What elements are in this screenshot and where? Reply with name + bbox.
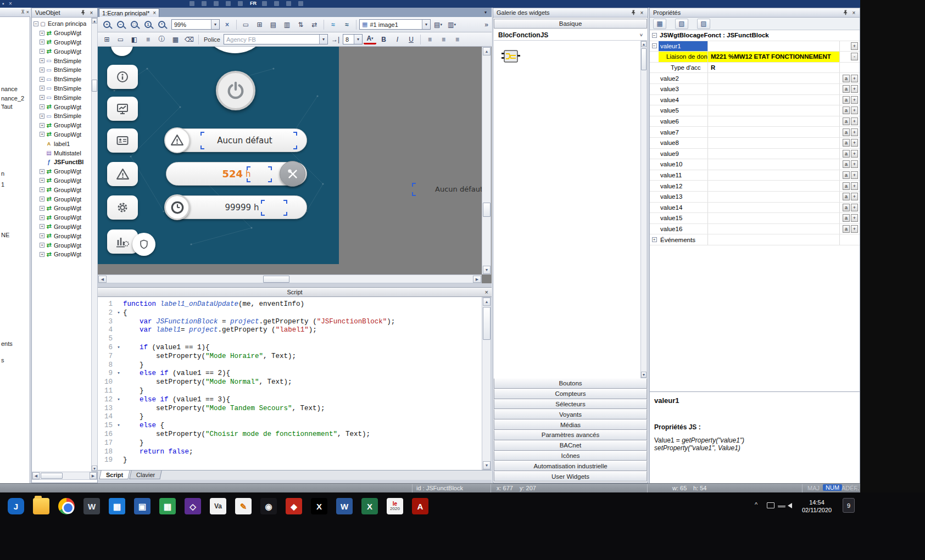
info-icon[interactable]: ⓘ	[155, 33, 168, 45]
zoom-actual-icon[interactable]: 1	[142, 19, 154, 30]
tree-item-GroupWgt[interactable]: +GroupWgt	[32, 121, 91, 130]
prop-value[interactable]	[708, 105, 840, 116]
code-line[interactable]: setProperty("Mode Horaire", Text);	[123, 352, 482, 361]
tree-item-GroupWgt[interactable]: +GroupWgt	[32, 167, 91, 176]
tree-item-BtnSimple[interactable]: +BtnSimple	[32, 75, 91, 84]
prop-button-a[interactable]: a	[843, 107, 850, 114]
prop-button-a[interactable]: a	[843, 204, 850, 211]
acrobat-icon[interactable]: A	[412, 498, 428, 514]
info-button[interactable]	[107, 65, 138, 89]
grid-icon[interactable]: ▤	[267, 19, 280, 30]
titlebar-tool-icon[interactable]	[286, 1, 291, 6]
fold-markers[interactable]: ▾▾▾▾▾	[114, 300, 123, 470]
prop-button-+[interactable]: +	[851, 171, 858, 179]
prop-value[interactable]	[708, 203, 840, 213]
scroll-down-icon[interactable]: ▼	[483, 461, 491, 469]
wave-light-icon[interactable]: ≈	[327, 19, 339, 30]
script-panel-header[interactable]: Script ×	[98, 287, 492, 297]
prop-label[interactable]: value3	[659, 84, 708, 94]
fold-icon[interactable]: ▾	[114, 344, 123, 352]
prop-label[interactable]: Liaison de don	[659, 52, 708, 62]
chevron-down-icon[interactable]: ˅	[640, 32, 643, 38]
prop-label[interactable]: value6	[659, 116, 708, 127]
wave-dark-icon[interactable]: ≈	[341, 19, 353, 30]
expand-icon[interactable]: +	[40, 252, 44, 257]
prop-value[interactable]	[708, 84, 840, 94]
titlebar-tool-icon[interactable]	[298, 1, 303, 6]
expand-icon[interactable]: +	[40, 95, 44, 100]
code-line[interactable]: }	[123, 387, 482, 396]
prop-button-a[interactable]: a	[843, 139, 850, 147]
scroll-thumb[interactable]	[641, 48, 647, 70]
excel-icon[interactable]: X	[361, 498, 378, 514]
prop-label[interactable]: value5	[659, 105, 708, 116]
prop-row-value7[interactable]: value7a+	[650, 127, 860, 138]
widget-category-Voyants[interactable]: Voyants	[494, 409, 647, 419]
close-icon[interactable]: ×	[26, 9, 29, 15]
volume-tray-icon[interactable]	[788, 503, 792, 508]
gallery-group-basique[interactable]: Basique	[494, 19, 647, 29]
layer-menu-icon[interactable]: ▤▾	[432, 19, 444, 30]
prop-value[interactable]	[708, 149, 840, 159]
blue-app-icon[interactable]: ▣	[134, 498, 151, 514]
expand-icon[interactable]: +	[40, 169, 44, 174]
prop-button-a[interactable]: a	[843, 96, 850, 104]
zoom-in-icon[interactable]: +	[101, 19, 113, 30]
tree-item-GroupWgt[interactable]: +GroupWgt	[32, 213, 91, 222]
align-left-icon[interactable]: ≡	[424, 33, 436, 45]
fold-icon[interactable]: ▾	[114, 369, 123, 378]
fold-icon[interactable]: ▾	[114, 422, 123, 430]
language-indicator[interactable]: FR	[250, 1, 257, 6]
zoom-select[interactable]: 99% ▾	[171, 19, 220, 30]
prop-row-value9[interactable]: value9a+	[650, 149, 860, 160]
power-button[interactable]	[216, 71, 255, 110]
expand-icon[interactable]: +	[40, 31, 44, 36]
tree-item-GroupWgt[interactable]: +GroupWgt	[32, 240, 91, 250]
font-select[interactable]: Agency FB ▾	[224, 34, 328, 44]
expand-icon[interactable]: +	[40, 114, 44, 119]
expand-icon[interactable]: +	[40, 104, 44, 109]
code-line[interactable]: else {	[123, 422, 482, 430]
tree-item-MultistateI[interactable]: MultistateI	[32, 148, 91, 158]
prop-label[interactable]: value4	[659, 95, 708, 105]
widget-category-Automatisation industrielle[interactable]: Automatisation industrielle	[494, 461, 647, 471]
taskbar-clock[interactable]: 14:54 02/11/2020	[799, 499, 835, 514]
prop-button-a[interactable]: a	[843, 117, 850, 125]
code-line[interactable]: var JSFunctionBlock = project.getPropert…	[123, 318, 482, 327]
chevron-down-icon[interactable]: ▾	[422, 20, 430, 29]
expand-icon[interactable]: +	[652, 237, 657, 242]
close-icon[interactable]: ×	[87, 9, 96, 16]
prop-value[interactable]	[708, 181, 840, 191]
expand-icon[interactable]: +	[40, 178, 44, 183]
tree-item-GroupWgt[interactable]: +GroupWgt	[32, 130, 91, 139]
screen-icon[interactable]: ▭	[114, 33, 127, 45]
expand-icon[interactable]: +	[40, 206, 44, 211]
word-icon[interactable]: W	[336, 498, 353, 514]
fold-icon[interactable]: ▾	[114, 396, 123, 405]
tree-item-BtnSimple[interactable]: +BtnSimple	[32, 84, 91, 93]
pin-icon[interactable]: ⊼	[21, 9, 25, 15]
trend-button[interactable]	[107, 97, 138, 121]
prop-value[interactable]	[708, 192, 840, 202]
titlebar-tool-icon[interactable]	[274, 1, 279, 6]
prop-label[interactable]: value9	[659, 149, 708, 159]
prop-row-value15[interactable]: value15a+	[650, 213, 860, 224]
prop-label[interactable]: Événements	[659, 234, 708, 245]
prop-value[interactable]	[708, 224, 840, 234]
code-line[interactable]: }	[123, 456, 482, 465]
scroll-left-icon[interactable]: ◀	[32, 472, 40, 479]
prop-row-value3[interactable]: value3a+	[650, 84, 860, 95]
scroll-down-icon[interactable]: ▼	[483, 266, 491, 274]
tree-item-GroupWgt[interactable]: +GroupWgt	[32, 222, 91, 232]
prop-row-Liaison de don[interactable]: Liaison de donM221 %MW12 ETAT FONCTIONNE…	[650, 52, 860, 63]
titlebar-tool-icon[interactable]	[190, 1, 194, 6]
prop-button-+[interactable]: +	[851, 96, 858, 104]
prop-value[interactable]	[708, 170, 840, 181]
code-text[interactable]: function label1_onDataUpdate(me, enventI…	[123, 300, 482, 470]
expand-icon[interactable]: +	[40, 233, 44, 238]
code-line[interactable]: else if (value1 == 3){	[123, 396, 482, 405]
tree-item-BtnSimple[interactable]: +BtnSimple	[32, 56, 91, 65]
tab-list-icon[interactable]: ▾	[481, 9, 490, 16]
collapse-icon[interactable]: −	[34, 21, 38, 26]
align-right-icon[interactable]: ≡	[451, 33, 464, 45]
